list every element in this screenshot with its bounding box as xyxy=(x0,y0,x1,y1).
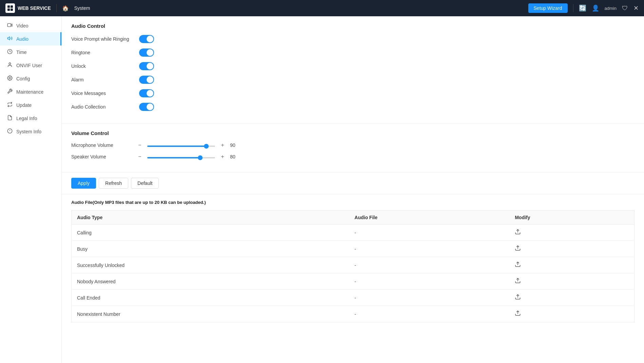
action-buttons: Apply Refresh Default xyxy=(62,172,644,194)
sidebar-item-sysinfo[interactable]: System Info xyxy=(0,125,61,138)
speaker-decrease-btn[interactable]: − xyxy=(136,154,143,160)
sidebar-item-audio[interactable]: Audio xyxy=(0,32,61,45)
audio-collection-toggle[interactable] xyxy=(139,103,154,111)
refresh-icon[interactable]: 🔄 xyxy=(579,4,586,12)
topbar-right: Setup Wizard 🔄 👤 admin 🛡 ✕ xyxy=(528,3,639,13)
audio-type-cell: Call Ended xyxy=(72,290,349,306)
sidebar-item-time[interactable]: Time xyxy=(0,45,61,59)
sidebar-item-onvif[interactable]: ONVIF User xyxy=(0,59,61,72)
sidebar-item-maintenance[interactable]: Maintenance xyxy=(0,85,61,98)
legal-icon xyxy=(7,115,13,121)
page-breadcrumb: System xyxy=(74,5,90,11)
speaker-increase-btn[interactable]: + xyxy=(219,154,226,160)
upload-icon[interactable] xyxy=(515,294,521,301)
col-modify: Modify xyxy=(509,211,634,225)
audio-type-cell: Busy xyxy=(72,241,349,257)
microphone-increase-btn[interactable]: + xyxy=(219,142,226,148)
sidebar-label-sysinfo: System Info xyxy=(16,129,41,134)
col-audio-file: Audio File xyxy=(349,211,510,225)
video-icon xyxy=(7,22,13,29)
user-icon[interactable]: 👤 xyxy=(592,4,599,12)
refresh-button[interactable]: Refresh xyxy=(99,178,128,189)
logo-icon xyxy=(5,3,15,13)
toggle-thumb xyxy=(147,49,153,56)
voice-prompt-label: Voice Prompt while Ringing xyxy=(71,36,139,42)
home-icon[interactable]: 🏠 xyxy=(62,5,69,12)
alarm-toggle[interactable] xyxy=(139,76,154,84)
modify-cell[interactable] xyxy=(509,225,634,241)
audio-file-table: Audio Type Audio File Modify Calling - xyxy=(71,210,634,322)
setup-wizard-button[interactable]: Setup Wizard xyxy=(528,3,568,13)
upload-icon[interactable] xyxy=(515,278,521,285)
sidebar-label-audio: Audio xyxy=(16,36,29,42)
audio-icon xyxy=(7,36,13,42)
speaker-label: Speaker Volume xyxy=(71,154,132,159)
microphone-decrease-btn[interactable]: − xyxy=(136,142,143,148)
upload-icon[interactable] xyxy=(515,246,521,252)
audio-file-note: Audio File(Only MP3 files that are up to… xyxy=(71,200,634,205)
unlock-toggle[interactable] xyxy=(139,62,154,70)
svg-point-9 xyxy=(9,77,11,79)
audio-file-cell: - xyxy=(349,257,510,273)
app-title: WEB SERVICE xyxy=(18,5,51,11)
config-icon xyxy=(7,75,13,82)
voice-prompt-toggle[interactable] xyxy=(139,35,154,43)
sidebar-item-legal[interactable]: Legal Info xyxy=(0,112,61,125)
onvif-icon xyxy=(7,62,13,69)
modify-cell[interactable] xyxy=(509,257,634,273)
close-icon[interactable]: ✕ xyxy=(633,4,639,12)
svg-rect-3 xyxy=(11,8,13,11)
maintenance-icon xyxy=(7,89,13,95)
sidebar-label-time: Time xyxy=(16,50,27,55)
table-row: Call Ended - xyxy=(72,290,634,306)
audio-type-cell: Nobody Answered xyxy=(72,273,349,290)
sidebar-label-update: Update xyxy=(16,102,32,108)
voice-messages-toggle[interactable] xyxy=(139,89,154,97)
svg-rect-0 xyxy=(7,5,10,8)
upload-icon[interactable] xyxy=(515,311,521,318)
admin-label: admin xyxy=(605,6,617,11)
modify-cell[interactable] xyxy=(509,273,634,290)
toggle-row-voice-messages: Voice Messages xyxy=(71,89,634,97)
upload-icon[interactable] xyxy=(515,229,521,236)
sidebar-item-update[interactable]: Update xyxy=(0,98,61,112)
default-button[interactable]: Default xyxy=(131,178,159,189)
speaker-value: 80 xyxy=(230,154,242,159)
sidebar-label-legal: Legal Info xyxy=(16,116,37,121)
modify-cell[interactable] xyxy=(509,241,634,257)
audio-type-cell: Nonexistent Number xyxy=(72,306,349,322)
toggle-thumb xyxy=(147,63,153,70)
volume-control-title: Volume Control xyxy=(71,130,634,136)
toggle-thumb xyxy=(147,36,153,42)
main-content: Audio Control Voice Prompt while Ringing… xyxy=(62,16,644,363)
audio-file-cell: - xyxy=(349,241,510,257)
table-row: Nobody Answered - xyxy=(72,273,634,290)
toggle-row-unlock: Unlock xyxy=(71,62,634,70)
microphone-slider-wrap xyxy=(147,142,215,148)
microphone-slider[interactable] xyxy=(147,146,215,147)
modify-cell[interactable] xyxy=(509,306,634,322)
shield-icon[interactable]: 🛡 xyxy=(622,5,628,12)
svg-rect-2 xyxy=(7,8,10,11)
toggle-row-ringtone: Ringtone xyxy=(71,49,634,57)
sysinfo-icon xyxy=(7,128,13,135)
apply-button[interactable]: Apply xyxy=(71,178,96,189)
toggle-row-alarm: Alarm xyxy=(71,76,634,84)
audio-control-section: Audio Control Voice Prompt while Ringing… xyxy=(62,16,644,123)
modify-cell[interactable] xyxy=(509,290,634,306)
ringtone-toggle[interactable] xyxy=(139,49,154,57)
table-row: Successfully Unlocked - xyxy=(72,257,634,273)
sidebar-item-video[interactable]: Video xyxy=(0,19,61,32)
speaker-slider[interactable] xyxy=(147,157,215,158)
divider xyxy=(56,4,57,12)
audio-type-cell: Calling xyxy=(72,225,349,241)
divider2 xyxy=(573,4,573,12)
audio-file-section: Audio File(Only MP3 files that are up to… xyxy=(62,194,644,328)
sidebar-item-config[interactable]: Config xyxy=(0,72,61,85)
table-row: Nonexistent Number - xyxy=(72,306,634,322)
upload-icon[interactable] xyxy=(515,262,521,269)
topbar: WEB SERVICE 🏠 System Setup Wizard 🔄 👤 ad… xyxy=(0,0,644,16)
app-logo: WEB SERVICE xyxy=(5,3,51,13)
audio-file-cell: - xyxy=(349,273,510,290)
ringtone-label: Ringtone xyxy=(71,50,139,55)
